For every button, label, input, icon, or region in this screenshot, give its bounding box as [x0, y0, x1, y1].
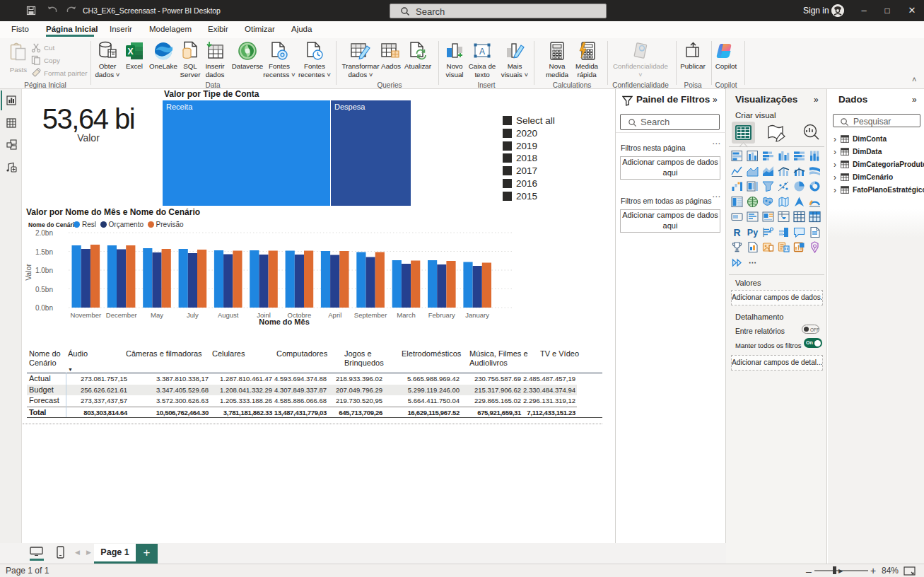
svg-text:March: March — [397, 311, 415, 319]
svg-text:January: January — [465, 311, 489, 319]
svg-text:August: August — [218, 311, 239, 319]
svg-text:⋯: ⋯ — [749, 258, 756, 267]
svg-text:April: April — [328, 311, 341, 319]
svg-text:R: R — [734, 226, 741, 238]
svg-text:0.0bn: 0.0bn — [35, 304, 53, 312]
svg-text:February: February — [428, 311, 455, 319]
svg-text:Valor: Valor — [25, 264, 33, 281]
svg-text:1.0bn: 1.0bn — [35, 267, 53, 274]
svg-text:0.5bn: 0.5bn — [35, 286, 53, 293]
svg-text:May: May — [151, 311, 163, 319]
svg-text:1.5bn: 1.5bn — [35, 248, 53, 256]
svg-text:A: A — [479, 47, 485, 57]
svg-text:September: September — [354, 311, 387, 319]
svg-text:December: December — [106, 311, 137, 319]
svg-text:July: July — [187, 311, 199, 319]
svg-text:2.0bn: 2.0bn — [35, 229, 53, 237]
svg-text:Py: Py — [747, 228, 758, 238]
svg-text:Nome do Mês: Nome do Mês — [259, 317, 310, 326]
svg-text:X: X — [127, 47, 133, 57]
svg-text:November: November — [70, 311, 101, 319]
